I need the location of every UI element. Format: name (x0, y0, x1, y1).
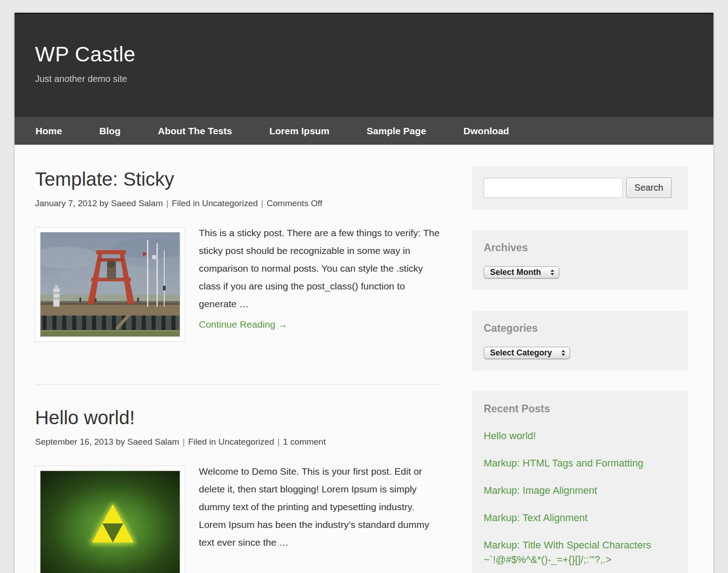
post-date: January 7, 2012 (35, 198, 97, 208)
post-by-label: by (116, 437, 125, 446)
categories-heading: Categories (484, 322, 677, 335)
categories-select[interactable]: Select Category (484, 347, 570, 359)
site-tagline: Just another demo site (35, 74, 713, 84)
post-excerpt: This is a sticky post. There are a few t… (199, 224, 441, 313)
search-widget: Search (472, 166, 688, 209)
nav-item-sample-page[interactable]: Sample Page (367, 126, 426, 137)
post-comments-link[interactable]: 1 comment (283, 437, 326, 446)
post-date: September 16, 2013 (35, 437, 113, 446)
site-title[interactable]: WP Castle (35, 42, 713, 66)
nav-item-dwonload[interactable]: Dwonload (464, 126, 509, 137)
post-thumbnail-pier-photo[interactable] (35, 227, 185, 342)
post-meta: September 16, 2013 by Saeed Salam | File… (35, 437, 441, 447)
content-area: Template: Sticky January 7, 2012 by Saee… (15, 145, 713, 573)
post-author-link[interactable]: Saeed Salam (127, 437, 179, 446)
triforce-illustration (40, 471, 180, 573)
archives-widget: Archives Select Month (472, 230, 688, 290)
post-filed-label: Filed in (172, 198, 199, 208)
post-category-link[interactable]: Uncategorized (218, 437, 274, 446)
recent-posts-heading: Recent Posts (484, 403, 677, 415)
search-input[interactable] (484, 178, 623, 198)
post-excerpt: Welcome to Demo Site. This is your first… (199, 462, 441, 551)
select-arrows-icon (561, 350, 565, 356)
post-title[interactable]: Template: Sticky (35, 168, 441, 190)
recent-post-link-hello-world[interactable]: Hello world! (484, 429, 677, 443)
post-meta: January 7, 2012 by Saeed Salam | Filed i… (35, 198, 441, 208)
archives-heading: Archives (484, 242, 677, 254)
meta-separator: | (165, 198, 169, 208)
sidebar: Search Archives Select Month Categories … (472, 145, 688, 573)
pier-photo-illustration (40, 232, 180, 337)
archives-month-select[interactable]: Select Month (484, 266, 559, 279)
recent-post-link-html-tags[interactable]: Markup: HTML Tags and Formatting (484, 456, 677, 471)
search-button[interactable]: Search (626, 177, 672, 198)
select-arrows-icon (551, 269, 554, 275)
post-thumbnail-triforce-image[interactable] (35, 466, 185, 573)
post-comments-status: Comments Off (267, 198, 322, 208)
nav-item-blog[interactable]: Blog (99, 126, 121, 137)
site-header: WP Castle Just another demo site (15, 13, 713, 117)
nav-item-about-the-tests[interactable]: About The Tests (158, 126, 232, 137)
select-value: Select Month (490, 268, 541, 277)
recent-posts-widget: Recent Posts Hello world! Markup: HTML T… (472, 391, 688, 573)
categories-widget: Categories Select Category (472, 311, 688, 370)
post-category-link[interactable]: Uncategorized (202, 198, 258, 208)
post-title[interactable]: Hello world! (35, 407, 441, 429)
post-filed-label: Filed in (188, 437, 216, 446)
continue-reading-link[interactable]: Continue Reading → (199, 319, 288, 330)
recent-post-link-text-alignment[interactable]: Markup: Text Alignment (484, 511, 677, 525)
nav-item-lorem-ipsum[interactable]: Lorem Ipsum (269, 126, 329, 137)
post-template-sticky: Template: Sticky January 7, 2012 by Saee… (35, 168, 441, 385)
post-hello-world: Hello world! September 16, 2013 by Saeed… (35, 407, 441, 573)
select-value: Select Category (490, 348, 552, 358)
recent-post-link-image-alignment[interactable]: Markup: Image Alignment (484, 483, 677, 498)
meta-separator: | (277, 437, 281, 446)
recent-post-link-special-characters[interactable]: Markup: Title With Special Characters ~`… (484, 538, 677, 567)
main-column: Template: Sticky January 7, 2012 by Saee… (35, 145, 441, 573)
site-wrapper: WP Castle Just another demo site Home Bl… (15, 13, 713, 573)
meta-separator: | (260, 198, 264, 208)
main-navigation: Home Blog About The Tests Lorem Ipsum Sa… (15, 117, 713, 145)
nav-item-home[interactable]: Home (35, 126, 62, 137)
meta-separator: | (182, 437, 186, 446)
post-by-label: by (100, 198, 109, 208)
post-author-link[interactable]: Saeed Salam (111, 198, 163, 208)
